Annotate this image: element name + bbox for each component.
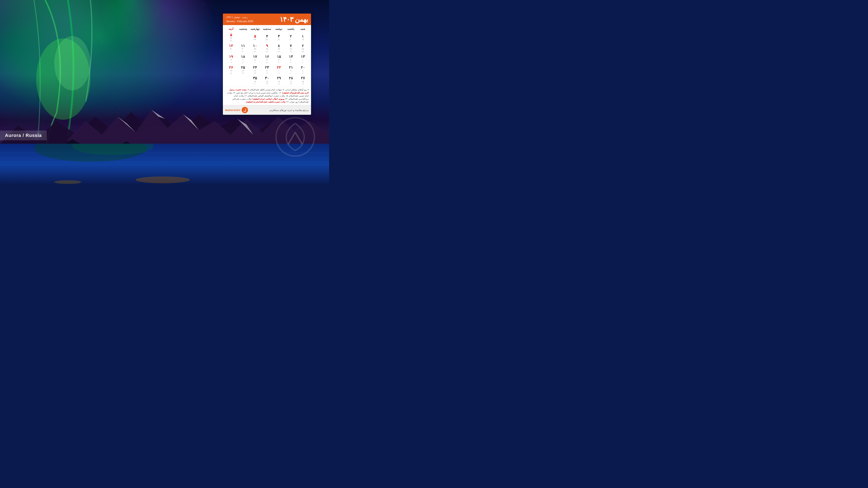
cal-day-5-holiday: ۵ ۲۳	[249, 32, 261, 43]
cal-day-7: ۷ ۲۶ ۲۶	[285, 43, 297, 54]
cal-day-21: ۲۱ ۹ ۱۰	[285, 65, 297, 75]
cal-day-5-friday: ۵ ۲۴ ۲۳	[225, 32, 237, 43]
day-header-panjshanbe: پنجشنبه	[237, 27, 249, 31]
location-text: Aurora / Russia	[5, 133, 42, 138]
cal-day-6: ۶ ۲۵ ۲۵	[297, 43, 309, 54]
cal-day-8: ۸ ۲۷ ۲۷	[273, 43, 285, 54]
cal-day-empty	[237, 32, 249, 43]
svg-point-16	[135, 176, 190, 183]
cal-empty-5-6	[237, 75, 249, 86]
week-1: ۱ ۱۹ ۲ ۲۰ ۳ ۲۱ ۴ ۲۲ ۵ ۲۳	[225, 32, 309, 43]
cal-day-26: ۲۶ ۱۴ ۱۵	[225, 65, 237, 75]
day-header-seshanbe: سه‌شنبه	[261, 27, 273, 31]
day-header-shanbe: شنبه	[297, 27, 309, 31]
cal-day-25: ۲۵ ۱۳ ۱۴	[237, 65, 249, 75]
location-label: Aurora / Russia	[0, 131, 47, 140]
day-header-yekshanbeh: یکشنبه	[285, 27, 297, 31]
cal-day-24: ۲۴ ۱۲ ۱۳	[249, 65, 261, 75]
cal-day-19: ۱۹ ۷ ۸	[225, 54, 237, 64]
cal-day-12: ۱۲ ۳۱ ۱	[225, 43, 237, 54]
calendar-panel: بهمن ۱۴۰۳ رجب - شعبان / ۱۴۴۶ January - F…	[223, 13, 311, 115]
cal-day-30: ۳۰ ۱۸ ۱۹	[261, 75, 273, 86]
logo-text: lastsecond.ir	[225, 109, 241, 111]
notes-text: ۷. روز آواها و نواهای ایرانی، ۷. شهادت ا…	[227, 89, 309, 103]
cal-day-9: ۹ ۲۸ ۲۸	[261, 43, 273, 54]
cal-day-20: ۲۰ ۸ ۹	[297, 65, 309, 75]
cal-day-14: ۱۴ ۲ ۳	[285, 54, 297, 64]
cal-day-10: ۱۰ ۲۹ ۲۹	[249, 43, 261, 54]
calendar-grid: شنبه یکشنبه دوشنبه سه‌شنبه چهارشنبه پنجش…	[223, 25, 311, 87]
cal-day-29: ۲۹ ۱۷ ۱۸	[273, 75, 285, 86]
holiday-mabas: مبعث حضرت رسول اکرم صلی‌الله‌علیه‌وآله (…	[229, 89, 309, 94]
day-header-doshanbe: دوشنبه	[273, 27, 285, 31]
cal-day-17: ۱۷ ۵ ۶	[249, 54, 261, 64]
calendar-header-dates: رجب - شعبان / ۱۴۴۶ January - February 20…	[226, 15, 253, 23]
calendar-header: بهمن ۱۴۰۳ رجب - شعبان / ۱۴۴۶ January - F…	[223, 13, 311, 25]
week-4: ۲۰ ۸ ۹ ۲۱ ۹ ۱۰ ۲۲ ۱۰ ۱۱ ۲۳ ۱۱ ۱۲	[225, 65, 309, 75]
cal-day-18: ۱۸ ۶ ۷	[237, 54, 249, 64]
cal-day-13: ۱۳ ۱ ۲	[297, 54, 309, 64]
cal-day-4: ۴ ۲۲	[261, 32, 273, 43]
persian-month-title: بهمن ۱۴۰۳	[280, 15, 308, 23]
cal-day-35: ۳۵ ۱۹ ۲۰	[249, 75, 261, 86]
watermark-logo	[275, 117, 315, 157]
calendar-weeks: ۱ ۱۹ ۲ ۲۰ ۳ ۲۱ ۴ ۲۲ ۵ ۲۳	[225, 32, 309, 86]
calendar-notes: ۷. روز آواها و نواهای ایرانی، ۷. شهادت ا…	[223, 87, 311, 105]
logo-symbol: ل	[243, 108, 246, 112]
gregorian-months: January - February 2025	[226, 20, 253, 24]
svg-point-17	[54, 180, 81, 184]
cal-day-27: ۲۷ ۱۵ ۱۶	[297, 75, 309, 86]
week-2: ۶ ۲۵ ۲۵ ۷ ۲۶ ۲۶ ۸ ۲۷ ۲۷ ۹ ۲۸ ۲۸	[225, 43, 309, 54]
cal-day-11: ۱۱ ۳۰ ۳۰	[237, 43, 249, 54]
cal-empty-5-7	[225, 75, 237, 86]
day-header-chaharshanbe: چهارشنبه	[249, 27, 261, 31]
cal-day-22: ۲۲ ۱۰ ۱۱	[273, 65, 285, 75]
holiday-fateme: ولادت حضرت فاطمه عجل‌الشانه‌فرجه (تعطیل)	[246, 101, 285, 103]
week-5: ۲۷ ۱۵ ۱۶ ۲۸ ۱۶ ۱۷ ۲۹ ۱۷ ۱۸ ۳۰ ۱۸ ۱۹	[225, 75, 309, 86]
logo-icon: ل	[242, 107, 248, 113]
cal-day-1: ۱ ۱۹	[297, 32, 309, 43]
cal-day-16: ۱۶ ۴ ۵	[261, 54, 273, 64]
holiday-revolution: پیروزی انقلاب اسلامی ایران (تعطیل)	[253, 98, 284, 100]
footer-tagline: مرجع مقایسه و خرید تورهای مسافرتی	[269, 109, 309, 111]
lastsecond-logo: ل lastsecond.ir	[225, 107, 248, 113]
cal-day-15: ۱۵ ۳ ۴	[273, 54, 285, 64]
hijri-months: رجب - شعبان / ۱۴۴۶	[226, 15, 253, 20]
week-3: ۱۳ ۱ ۲ ۱۴ ۲ ۳ ۱۵ ۳ ۴ ۱۶ ۴ ۵	[225, 54, 309, 64]
cal-day-23: ۲۳ ۱۱ ۱۲	[261, 65, 273, 75]
cal-day-28: ۲۸ ۱۶ ۱۷	[285, 75, 297, 86]
calendar-footer: مرجع مقایسه و خرید تورهای مسافرتی ل last…	[223, 105, 311, 115]
day-header-adine: آدینه	[225, 27, 237, 31]
cal-day-2: ۲ ۲۰	[285, 32, 297, 43]
day-headers-row: شنبه یکشنبه دوشنبه سه‌شنبه چهارشنبه پنجش…	[225, 27, 309, 31]
cal-day-3: ۳ ۲۱	[273, 32, 285, 43]
